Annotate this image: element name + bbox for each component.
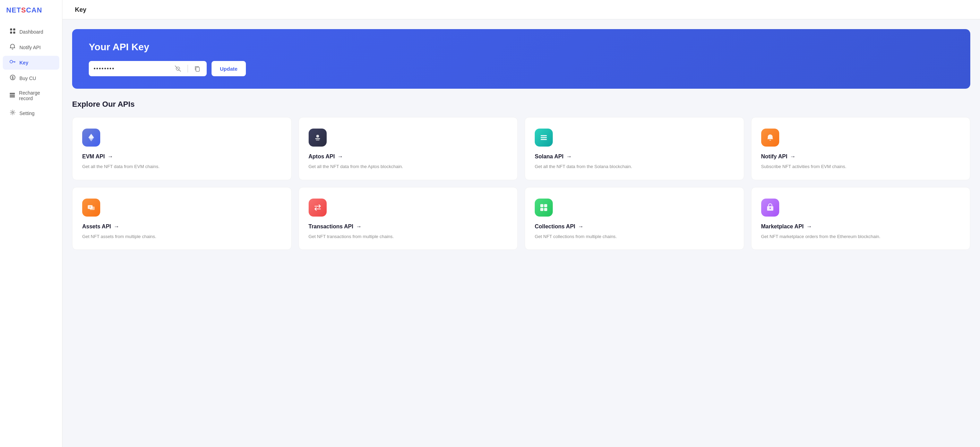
eye-slash-icon (175, 65, 181, 72)
hero-title: Your API Key (89, 41, 954, 53)
aptos-api-desc: Get all the NFT data from the Aptos bloc… (309, 163, 508, 170)
sidebar-item-notify-api[interactable]: Notify API (3, 40, 59, 54)
svg-rect-10 (10, 93, 15, 94)
svg-rect-0 (10, 29, 12, 30)
solana-api-title: Solana API → (535, 154, 734, 160)
api-card-solana[interactable]: Solana API → Get all the NFT data from t… (525, 117, 744, 180)
page-title-bar: Key (62, 0, 980, 19)
solana-api-icon (535, 128, 553, 147)
arrow-icon: → (790, 154, 795, 160)
transactions-api-desc: Get NFT transactions from multiple chain… (309, 233, 508, 240)
collections-api-title: Collections API → (535, 224, 734, 230)
assets-api-icon (82, 198, 100, 217)
arrow-icon: → (807, 224, 812, 230)
arrow-icon: → (578, 224, 584, 230)
sidebar: NETSCAN Dashboard Notify API Key $ (0, 0, 62, 447)
svg-rect-26 (540, 204, 543, 207)
api-key-input[interactable] (94, 65, 170, 72)
logo-area: NETSCAN (0, 0, 62, 21)
update-button[interactable]: Update (212, 61, 246, 76)
arrow-icon: → (108, 154, 113, 160)
svg-rect-14 (196, 67, 199, 71)
sidebar-item-setting[interactable]: Setting (3, 106, 59, 120)
api-grid: EVM API → Get all the NFT data from EVM … (72, 117, 970, 250)
api-key-row: Update (89, 61, 954, 76)
svg-rect-28 (540, 208, 543, 211)
circle-dollar-icon: $ (9, 74, 16, 82)
marketplace-api-desc: Get NFT marketplace orders from the Ethe… (761, 233, 961, 240)
hero-section: Your API Key (72, 29, 970, 89)
arrow-icon: → (337, 154, 343, 160)
evm-api-icon (82, 128, 100, 147)
grid-icon (9, 28, 16, 35)
nav-items: Dashboard Notify API Key $ Buy CU Rechar… (0, 21, 62, 124)
notify-icon (765, 133, 775, 143)
transactions-api-icon (309, 198, 327, 217)
assets-api-title: Assets API → (82, 224, 282, 230)
svg-rect-27 (544, 204, 547, 207)
notify-api-icon (761, 128, 779, 147)
aptos-api-title: Aptos API → (309, 154, 508, 160)
sidebar-item-notify-api-label: Notify API (19, 45, 41, 50)
svg-rect-19 (316, 139, 320, 141)
svg-point-17 (316, 135, 319, 138)
transactions-icon (313, 203, 323, 212)
api-card-evm[interactable]: EVM API → Get all the NFT data from EVM … (72, 117, 292, 180)
svg-point-25 (90, 206, 91, 208)
svg-rect-3 (13, 32, 15, 33)
api-card-collections[interactable]: Collections API → Get NFT collections fr… (525, 187, 744, 250)
sidebar-item-dashboard-label: Dashboard (19, 29, 43, 35)
copy-button[interactable] (193, 64, 202, 73)
svg-rect-12 (10, 96, 15, 97)
collections-icon (539, 203, 549, 212)
sidebar-item-key-label: Key (19, 60, 29, 65)
key-icon (9, 59, 16, 66)
sidebar-item-recharge-record[interactable]: Recharge record (3, 87, 59, 105)
evm-api-title: EVM API → (82, 154, 282, 160)
sidebar-item-key[interactable]: Key (3, 56, 59, 70)
toggle-visibility-button[interactable] (173, 64, 183, 73)
svg-rect-2 (10, 32, 12, 33)
assets-api-desc: Get NFT assets from multiple chains. (82, 233, 282, 240)
sidebar-item-dashboard[interactable]: Dashboard (3, 25, 59, 39)
copy-icon (194, 65, 200, 72)
svg-rect-21 (541, 137, 547, 138)
sidebar-item-recharge-record-label: Recharge record (19, 90, 53, 101)
arrow-icon: → (356, 224, 362, 230)
aptos-icon (313, 133, 323, 143)
arrow-icon: → (114, 224, 119, 230)
svg-rect-20 (541, 135, 547, 136)
arrow-icon: → (566, 154, 572, 160)
notify-api-title: Notify API → (761, 154, 961, 160)
marketplace-icon (765, 203, 775, 212)
logo: NETSCAN (6, 6, 42, 14)
ethereum-icon (86, 133, 96, 143)
svg-rect-11 (10, 95, 15, 96)
collections-api-desc: Get NFT collections from multiple chains… (535, 233, 734, 240)
api-card-transactions[interactable]: Transactions API → Get NFT transactions … (299, 187, 518, 250)
aptos-api-icon (309, 128, 327, 147)
svg-point-4 (10, 60, 13, 63)
api-card-aptos[interactable]: Aptos API → Get all the NFT data from th… (299, 117, 518, 180)
api-key-input-wrap (89, 61, 207, 76)
marketplace-api-title: Marketplace API → (761, 224, 961, 230)
api-card-assets[interactable]: Assets API → Get NFT assets from multipl… (72, 187, 292, 250)
svg-rect-29 (544, 208, 547, 211)
explore-title: Explore Our APIs (72, 100, 970, 109)
notify-api-desc: Subscribe NFT activities from EVM chains… (761, 163, 961, 170)
sidebar-item-buy-cu-label: Buy CU (19, 76, 36, 81)
api-card-notify[interactable]: Notify API → Subscribe NFT activities fr… (751, 117, 970, 180)
assets-icon (86, 203, 96, 212)
main-content: Key Your API Key (62, 0, 980, 447)
svg-rect-18 (315, 138, 320, 139)
api-card-marketplace[interactable]: Marketplace API → Get NFT marketplace or… (751, 187, 970, 250)
solana-icon (539, 133, 549, 143)
collections-api-icon (535, 198, 553, 217)
bell-icon (9, 44, 16, 51)
list-icon (9, 92, 16, 100)
explore-section: Explore Our APIs EVM API → Get all the N… (62, 89, 980, 261)
sidebar-item-setting-label: Setting (19, 111, 35, 116)
solana-api-desc: Get all the NFT data from the Solana blo… (535, 163, 734, 170)
sidebar-item-buy-cu[interactable]: $ Buy CU (3, 71, 59, 85)
svg-point-31 (770, 208, 771, 209)
